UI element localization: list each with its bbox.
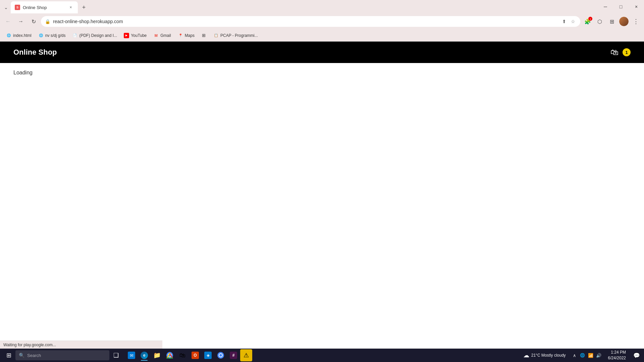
taskbar-apps: ✉ e 📁 🛍 [125, 349, 252, 361]
search-icon: 🔍 [19, 353, 24, 358]
bookmark-icon: 🌐 [6, 33, 11, 38]
forward-button[interactable]: → [15, 16, 26, 27]
cart-icon[interactable]: 🛍 [609, 47, 620, 58]
browser-menu-button[interactable]: ⋮ [631, 16, 641, 27]
clock[interactable]: 1:24 PM 6/24/2022 [605, 350, 629, 361]
taskbar-edge[interactable]: e [138, 349, 150, 361]
address-bar[interactable]: 🔒 react-online-shop.herokuapp.com ⬆ ☆ [41, 16, 580, 27]
taskbar-store[interactable]: 🛍 [176, 349, 189, 361]
split-screen-icon[interactable]: ⊞ [606, 16, 617, 27]
tray-chevron-icon[interactable]: ∧ [571, 352, 578, 359]
start-button[interactable]: ⊞ [3, 349, 15, 361]
weather-widget[interactable]: ☁ 21°C Mostly cloudy [521, 352, 569, 359]
grid-icon: ⊞ [201, 33, 207, 38]
app-title: Online Shop [13, 48, 57, 57]
minimize-button[interactable]: ─ [598, 0, 613, 13]
back-button[interactable]: ← [3, 16, 13, 27]
taskbar-explorer[interactable]: 📁 [151, 349, 163, 361]
bookmark-icon: 🌐 [38, 33, 44, 38]
browser-extensions-button[interactable]: ⬡ [594, 16, 605, 27]
bookmark-label: (PDF) Design and I... [79, 33, 117, 38]
taskbar-mail[interactable]: ✉ [125, 349, 138, 361]
youtube-icon: ▶ [124, 33, 129, 38]
taskbar-office[interactable]: O [189, 349, 201, 361]
clock-date: 6/24/2022 [608, 355, 626, 361]
task-view-icon: ❑ [113, 352, 119, 359]
pcap-icon: 📋 [213, 33, 219, 38]
bookmark-icon: 📄 [72, 33, 77, 38]
bookmark-youtube[interactable]: ▶ YouTube [121, 32, 149, 40]
tab-favicon: S [15, 5, 20, 10]
bookmark-label: PCAP - Programmi... [220, 33, 258, 38]
tray-network-icon[interactable]: 🌐 [579, 352, 586, 359]
status-bar: Waiting for play.google.com... [0, 341, 162, 349]
bookmark-index-html[interactable]: 🌐 index.html [3, 32, 34, 40]
taskbar-slack[interactable]: # [227, 349, 239, 361]
weather-icon: ☁ [523, 352, 529, 359]
tab-strip-menu-button[interactable]: ⌄ [1, 3, 11, 12]
bookmark-maps[interactable]: 📍 Maps [175, 32, 197, 40]
svg-point-5 [219, 354, 222, 357]
share-icon[interactable]: ⬆ [561, 18, 568, 25]
bookmark-nv[interactable]: 🌐 nv s/dj g/ds [36, 32, 68, 40]
bookmark-label: index.html [13, 33, 32, 38]
bookmark-pdf[interactable]: 📄 (PDF) Design and I... [69, 32, 120, 40]
active-tab[interactable]: S Online Shop × [11, 1, 78, 13]
extension-badge: 1 [588, 17, 592, 21]
url-text: react-online-shop.herokuapp.com [53, 19, 558, 24]
bookmark-label: Gmail [160, 33, 171, 38]
profile-avatar[interactable] [619, 17, 629, 26]
weather-temp: 21°C [531, 353, 540, 358]
taskbar-right: ☁ 21°C Mostly cloudy ∧ 🌐 📶 🔊 1:24 PM 6/2… [521, 350, 641, 361]
tab-close-button[interactable]: × [68, 4, 74, 10]
bookmark-gmail[interactable]: M Gmail [151, 32, 173, 40]
chevron-down-icon: ⌄ [4, 5, 8, 10]
taskbar-search[interactable]: 🔍 Search [15, 350, 109, 360]
cart-area[interactable]: 🛍 1 [609, 47, 631, 58]
reload-button[interactable]: ↻ [28, 16, 39, 27]
maximize-button[interactable]: □ [613, 0, 629, 13]
loading-text: Loading [13, 70, 33, 75]
windows-logo-icon: ⊞ [6, 352, 11, 359]
taskbar-warning[interactable]: ⚠ [240, 349, 252, 361]
tray-volume-icon[interactable]: 🔊 [595, 352, 602, 359]
windows-taskbar: ⊞ 🔍 Search ❑ ✉ e 📁 [0, 349, 644, 362]
system-tray: ∧ 🌐 📶 🔊 [571, 352, 602, 359]
tab-title: Online Shop [23, 5, 65, 10]
tray-wifi-icon[interactable]: 📶 [587, 352, 594, 359]
lock-icon: 🔒 [45, 19, 50, 24]
gmail-icon: M [153, 33, 159, 38]
search-placeholder: Search [27, 353, 41, 358]
app-navbar: Online Shop 🛍 1 [0, 42, 644, 63]
weather-condition: Mostly cloudy [541, 353, 566, 358]
maps-icon: 📍 [178, 33, 183, 38]
bookmark-pcap[interactable]: 📋 PCAP - Programmi... [211, 32, 261, 40]
bookmark-star-icon[interactable]: ☆ [570, 18, 576, 25]
page-content: Online Shop 🛍 1 Loading [0, 42, 644, 362]
extensions-icon[interactable]: 🧩 1 [582, 16, 593, 27]
notification-button[interactable]: 💬 [632, 351, 641, 360]
bookmarks-bar: 🌐 index.html 🌐 nv s/dj g/ds 📄 (PDF) Desi… [0, 29, 644, 42]
loading-area: Loading [0, 63, 644, 82]
taskbar-vscode[interactable]: ◈ [202, 349, 214, 361]
status-text: Waiting for play.google.com... [3, 343, 56, 347]
cart-badge[interactable]: 1 [623, 48, 631, 56]
close-button[interactable]: × [629, 0, 644, 13]
bookmark-label: Maps [185, 33, 195, 38]
clock-time: 1:24 PM [608, 350, 626, 355]
bookmark-label: YouTube [131, 33, 147, 38]
task-view-button[interactable]: ❑ [110, 349, 122, 361]
new-tab-button[interactable]: + [79, 3, 89, 12]
bookmark-label: nv s/dj g/ds [45, 33, 66, 38]
bookmark-grid[interactable]: ⊞ [199, 32, 209, 40]
taskbar-chrome2[interactable] [215, 349, 227, 361]
taskbar-chrome[interactable] [164, 349, 176, 361]
